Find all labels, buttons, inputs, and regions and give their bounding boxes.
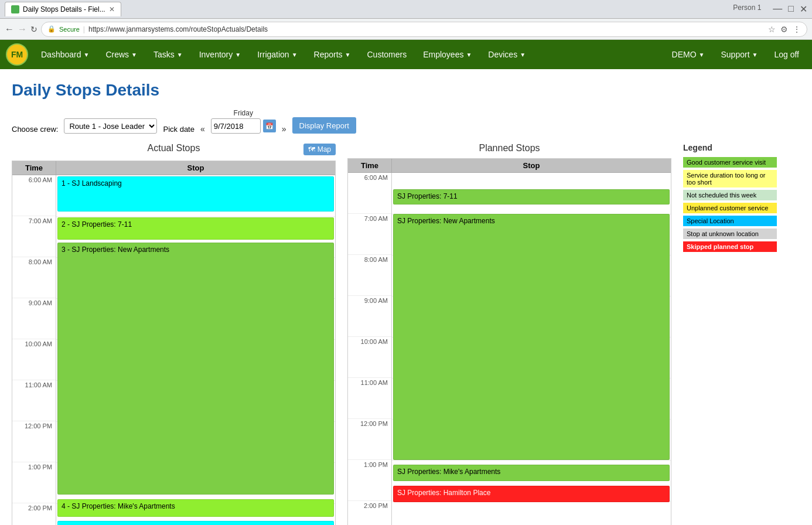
legend-color-good: Good customer service visit xyxy=(683,157,777,168)
legend-color-unknown: Stop at unknown location xyxy=(683,229,777,239)
crew-label: Choose crew: xyxy=(12,125,58,134)
next-date-button[interactable]: » xyxy=(282,124,286,134)
map-button[interactable]: 🗺 Map xyxy=(303,144,336,155)
legend-color-special: Special Location xyxy=(683,216,777,226)
nav-employees[interactable]: Employees ▼ xyxy=(416,45,479,64)
nav-inventory[interactable]: Inventory ▼ xyxy=(192,45,248,64)
planned-stops-grid: Time Stop 6:00 AM 7:00 AM 8:00 AM 9:00 A… xyxy=(347,158,671,525)
legend-item-good: Good customer service visit xyxy=(683,157,800,168)
time-slot-600am: 6:00 AM xyxy=(12,175,56,216)
date-input[interactable] xyxy=(211,118,261,134)
nav-crews[interactable]: Crews ▼ xyxy=(98,45,144,64)
date-day-label: Friday xyxy=(211,109,276,117)
planned-time-header: Time xyxy=(348,159,392,172)
nav-devices[interactable]: Devices ▼ xyxy=(481,45,533,64)
planned-time-slot-200pm: 2:00 PM xyxy=(348,501,391,525)
browser-title-bar: Daily Stops Details - Fiel... ✕ Person 1… xyxy=(0,0,812,19)
nav-support-label: Support xyxy=(721,50,749,59)
lock-icon: 🔒 xyxy=(47,25,56,33)
planned-stop-1[interactable]: SJ Properties: 7-11 xyxy=(393,189,670,204)
nav-dashboard-arrow: ▼ xyxy=(84,52,90,58)
actual-stop-3[interactable]: 3 - SJ Properties: New Apartments xyxy=(57,243,334,495)
planned-stop-4[interactable]: SJ Properties: Hamilton Place xyxy=(393,486,670,502)
nav-customers[interactable]: Customers xyxy=(360,45,414,64)
actual-stop-5[interactable]: 5 - SJ Landscaping xyxy=(57,521,334,525)
date-input-wrap: Friday 📅 xyxy=(211,109,276,134)
planned-time-slot-600am: 6:00 AM xyxy=(348,173,391,214)
window-controls: Person 1 — □ ✕ xyxy=(733,4,807,15)
nav-demo-arrow: ▼ xyxy=(699,52,705,58)
nav-right: DEMO ▼ Support ▼ Log off xyxy=(665,45,806,64)
minimize-button[interactable]: — xyxy=(773,4,782,15)
time-slot-1000am: 10:00 AM xyxy=(12,339,56,380)
planned-stops-header: Time Stop xyxy=(348,159,671,173)
back-button[interactable]: ← xyxy=(5,24,14,35)
nav-crews-label: Crews xyxy=(105,50,129,59)
planned-time-slot-700am: 7:00 AM xyxy=(348,214,391,255)
main-content: Daily Stops Details Choose crew: Route 1… xyxy=(0,69,812,525)
menu-icon[interactable]: ⋮ xyxy=(793,25,801,34)
planned-stop-header: Stop xyxy=(392,159,671,172)
address-right-icons: ☆ ⚙ ⋮ xyxy=(768,25,801,34)
extensions-icon[interactable]: ⚙ xyxy=(780,25,788,34)
tab-title: Daily Stops Details - Fiel... xyxy=(23,5,105,13)
time-slot-900am: 9:00 AM xyxy=(12,298,56,339)
forward-button[interactable]: → xyxy=(18,24,27,35)
time-slot-1200pm: 12:00 PM xyxy=(12,421,56,462)
nav-logoff-label: Log off xyxy=(774,50,799,59)
legend-item-unplanned: Unplanned customer service xyxy=(683,203,800,213)
actual-stops-title: Actual Stops xyxy=(148,143,200,154)
planned-time-slot-900am: 9:00 AM xyxy=(348,296,391,337)
actual-stop-4[interactable]: 4 - SJ Properties: Mike's Apartments xyxy=(57,499,334,517)
nav-employees-arrow: ▼ xyxy=(466,52,472,58)
nav-irrigation[interactable]: Irrigation ▼ xyxy=(250,45,304,64)
nav-demo-label: DEMO xyxy=(672,50,697,59)
nav-demo[interactable]: DEMO ▼ xyxy=(665,45,712,64)
planned-time-slot-100pm: 1:00 PM xyxy=(348,460,391,501)
nav-tasks-arrow: ▼ xyxy=(177,52,183,58)
nav-customers-label: Customers xyxy=(367,50,407,59)
address-bar[interactable]: 🔒 Secure | https://www.janmarsystems.com… xyxy=(41,22,807,37)
crew-select[interactable]: Route 1 - Jose Leader xyxy=(64,118,157,134)
maximize-button[interactable]: □ xyxy=(788,4,794,15)
nav-reports[interactable]: Reports ▼ xyxy=(307,45,358,64)
actual-time-header: Time xyxy=(12,161,56,175)
address-bar-row: ← → ↻ 🔒 Secure | https://www.janmarsyste… xyxy=(0,19,812,40)
actual-stop-1[interactable]: 1 - SJ Landscaping xyxy=(57,176,334,212)
actual-stops-grid: Time Stop 6:00 AM 7:00 AM 8:00 AM 9:00 A… xyxy=(12,161,336,525)
nav-dashboard[interactable]: Dashboard ▼ xyxy=(34,45,96,64)
nav-logoff[interactable]: Log off xyxy=(767,45,806,64)
legend-title: Legend xyxy=(683,143,800,152)
actual-stop-2[interactable]: 2 - SJ Properties: 7-11 xyxy=(57,217,334,240)
calendar-icon[interactable]: 📅 xyxy=(263,120,276,132)
nav-tasks[interactable]: Tasks ▼ xyxy=(146,45,190,64)
display-report-button[interactable]: Display Report xyxy=(292,117,356,134)
nav-inventory-arrow: ▼ xyxy=(235,52,241,58)
tab-close-button[interactable]: ✕ xyxy=(109,5,115,13)
secure-label: Secure xyxy=(59,26,80,33)
prev-date-button[interactable]: « xyxy=(200,124,205,134)
legend-section: Legend Good customer service visit Servi… xyxy=(683,143,800,254)
nav-support[interactable]: Support ▼ xyxy=(714,45,765,64)
bookmark-icon[interactable]: ☆ xyxy=(768,25,776,34)
legend-item-skipped: Skipped planned stop xyxy=(683,241,800,252)
legend-item-not-scheduled: Not scheduled this week xyxy=(683,190,800,200)
planned-stop-3[interactable]: SJ Properties: Mike's Apartments xyxy=(393,465,670,481)
planned-stops-section: Planned Stops Time Stop 6:00 AM 7:00 AM … xyxy=(347,143,671,525)
nav-irrigation-arrow: ▼ xyxy=(292,52,298,58)
close-button[interactable]: ✕ xyxy=(800,4,807,15)
url-text: https://www.janmarsystems.com/routeStopA… xyxy=(88,25,268,33)
legend-color-not-scheduled: Not scheduled this week xyxy=(683,190,777,200)
nav-support-arrow: ▼ xyxy=(752,52,758,58)
pick-date-label: Pick date xyxy=(163,125,194,134)
legend-item-unknown: Stop at unknown location xyxy=(683,229,800,239)
actual-stop-header: Stop xyxy=(56,161,335,175)
date-row: 📅 xyxy=(211,118,276,134)
nav-devices-arrow: ▼ xyxy=(520,52,526,58)
reload-button[interactable]: ↻ xyxy=(30,25,37,34)
actual-stops-header: Time Stop xyxy=(12,161,335,175)
browser-tab[interactable]: Daily Stops Details - Fiel... ✕ xyxy=(5,2,121,16)
planned-stop-2[interactable]: SJ Properties: New Apartments xyxy=(393,214,670,460)
time-slot-100pm: 1:00 PM xyxy=(12,462,56,503)
planned-stops-column: SJ Properties: 7-11 SJ Properties: New A… xyxy=(392,173,671,525)
